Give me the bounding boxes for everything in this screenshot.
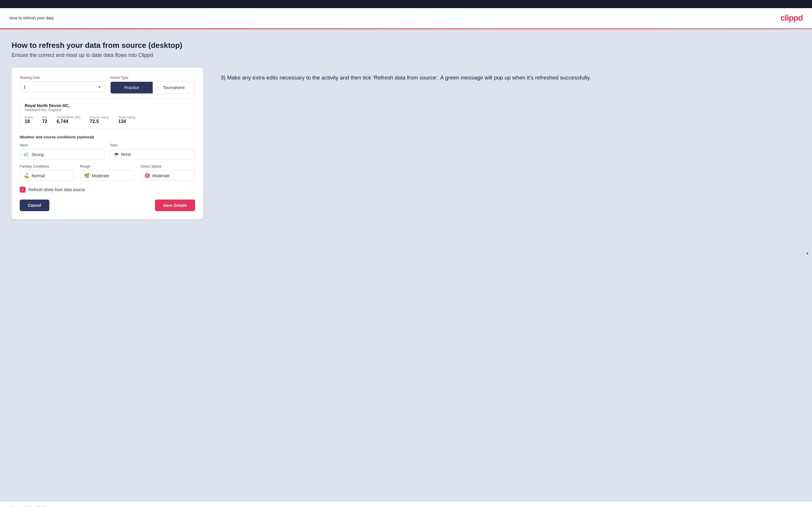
form-card: Starting Hole 1 10 ▼ Game Type Practice … (12, 68, 203, 219)
rough-label: Rough (80, 164, 135, 169)
holes-label: Holes (25, 115, 33, 119)
refresh-checkbox-label: Refresh shots from data source (29, 187, 85, 192)
yards-stat: Yards/White (M)) 6,744 (57, 115, 81, 124)
par-value: 72 (42, 119, 47, 124)
form-top-row: Starting Hole 1 10 ▼ Game Type Practice … (20, 76, 195, 94)
header: How to refresh your data clippd (0, 8, 812, 29)
cancel-button[interactable]: Cancel (20, 200, 49, 211)
starting-hole-group: Starting Hole 1 10 ▼ (20, 76, 104, 94)
game-type-label: Game Type (110, 76, 195, 80)
course-rating-label: Course rating (90, 115, 109, 119)
tournament-button[interactable]: Tournament (153, 82, 195, 94)
instructions-text: 3) Make any extra edits necessary to the… (221, 73, 795, 82)
game-type-group: Game Type Practice Tournament (110, 76, 195, 94)
holes-value: 18 (25, 119, 33, 124)
rain-label: Rain (110, 143, 195, 147)
slope-rating-value: 134 (118, 119, 135, 124)
course-stats: Holes 18 Par 72 Yards/White (M)) 6,744 C… (25, 115, 190, 124)
footer-text: Copyright Clippd 2022 (12, 506, 46, 507)
button-row: Cancel Save Details (20, 200, 195, 211)
fairway-conditions-icon (23, 173, 29, 178)
weather-row: Wind Strong Light None ▼ Rain (20, 143, 195, 160)
course-card: Royal North Devon GC, Westward Ho!, Engl… (20, 98, 195, 129)
fairway-label: Fairway Conditions (20, 164, 74, 169)
fairway-select[interactable]: Normal Firm Soft (32, 173, 70, 178)
rain-select[interactable]: None Light Heavy (121, 152, 191, 157)
save-details-button[interactable]: Save Details (155, 200, 195, 211)
rough-conditions-icon (84, 173, 90, 178)
wind-label: Wind (20, 143, 104, 147)
footer: Copyright Clippd 2022 (0, 502, 812, 507)
top-bar (0, 0, 812, 8)
slope-rating-label: Slope rating (118, 115, 135, 119)
breadcrumb: How to refresh your data (9, 16, 54, 20)
fairway-group: Fairway Conditions Normal Firm Soft ▼ (20, 164, 74, 181)
holes-stat: Holes 18 (25, 115, 33, 124)
par-label: Par (42, 115, 47, 119)
wind-select[interactable]: Strong Light None (32, 152, 101, 157)
wind-chevron-icon: ▼ (806, 251, 809, 256)
wind-select-wrapper[interactable]: Strong Light None ▼ (20, 149, 104, 160)
content-area: Starting Hole 1 10 ▼ Game Type Practice … (12, 68, 800, 219)
course-rating-value: 72.5 (90, 119, 109, 124)
par-stat: Par 72 (42, 115, 47, 124)
rough-select[interactable]: Moderate Light Heavy (92, 173, 131, 178)
green-speed-select-wrapper[interactable]: Moderate Fast Slow ▼ (141, 170, 195, 181)
conditions-row: Fairway Conditions Normal Firm Soft ▼ (20, 164, 195, 181)
green-speed-label: Green Speed (141, 164, 195, 169)
green-speed-chevron-icon: ▼ (806, 251, 809, 256)
fairway-select-wrapper[interactable]: Normal Firm Soft ▼ (20, 170, 74, 181)
rain-select-wrapper[interactable]: None Light Heavy ▼ (110, 149, 195, 160)
yards-value: 6,744 (57, 119, 81, 124)
refresh-checkbox-row: Refresh shots from data source (20, 187, 195, 192)
page-subtitle: Ensure the correct and most up to date d… (12, 52, 800, 58)
wind-group: Wind Strong Light None ▼ (20, 143, 104, 160)
refresh-checkbox[interactable] (20, 187, 26, 192)
yards-label: Yards/White (M)) (57, 115, 81, 119)
course-location: Westward Ho!, England (25, 108, 190, 112)
logo: clippd (781, 13, 803, 22)
conditions-title: Weather and course conditions (optional) (20, 135, 195, 139)
rough-select-wrapper[interactable]: Moderate Light Heavy ▼ (80, 170, 135, 181)
course-name: Royal North Devon GC, (25, 103, 190, 108)
conditions-section: Weather and course conditions (optional)… (20, 135, 195, 181)
starting-hole-select-wrapper[interactable]: 1 10 ▼ (20, 81, 104, 93)
fairway-chevron-icon: ▼ (806, 251, 809, 256)
green-speed-icon (144, 173, 150, 178)
instructions-panel: 3) Make any extra edits necessary to the… (215, 68, 800, 88)
green-speed-group: Green Speed Moderate Fast Slow ▼ (141, 164, 195, 181)
practice-button[interactable]: Practice (111, 82, 153, 94)
wind-icon (23, 152, 29, 157)
game-type-toggle: Practice Tournament (110, 81, 195, 94)
page-title: How to refresh your data from source (de… (12, 41, 800, 50)
slope-rating-stat: Slope rating 134 (118, 115, 135, 124)
rough-group: Rough Moderate Light Heavy ▼ (80, 164, 135, 181)
rain-chevron-icon: ▼ (806, 251, 809, 256)
main-content: How to refresh your data from source (de… (0, 29, 812, 502)
course-rating-stat: Course rating 72.5 (90, 115, 109, 124)
starting-hole-label: Starting Hole (20, 76, 104, 80)
green-speed-select[interactable]: Moderate Fast Slow (152, 173, 191, 178)
rough-chevron-icon: ▼ (806, 251, 809, 256)
rain-group: Rain None Light Heavy ▼ (110, 143, 195, 160)
starting-hole-select[interactable]: 1 10 (20, 82, 104, 92)
rain-icon (114, 152, 119, 157)
